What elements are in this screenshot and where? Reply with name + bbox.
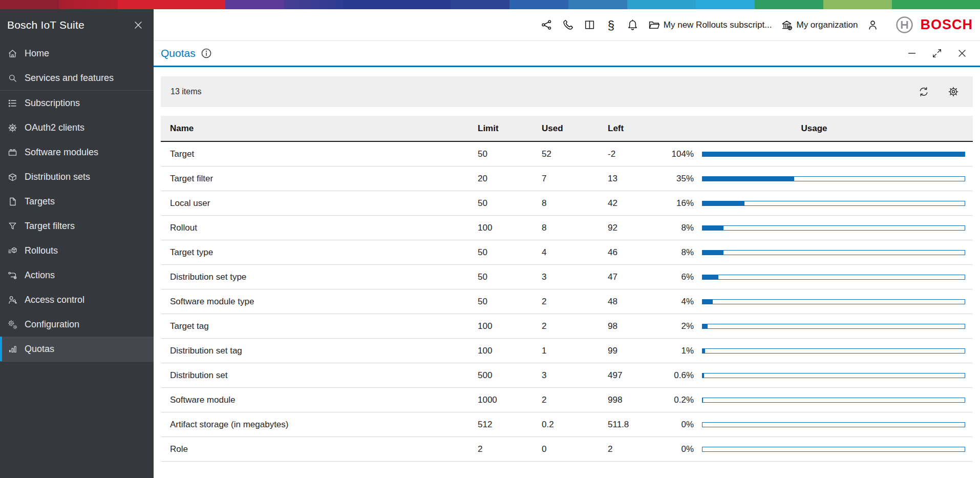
quota-limit: 20 xyxy=(478,174,542,184)
sidebar-item-rollouts[interactable]: Rollouts xyxy=(0,238,154,263)
sidebar-item-access-control[interactable]: Access control xyxy=(0,287,154,312)
usage-bar xyxy=(694,250,965,255)
organization-icon xyxy=(780,18,793,31)
share-button[interactable] xyxy=(540,18,553,31)
sidebar-item-actions[interactable]: Actions xyxy=(0,263,154,287)
manual-icon xyxy=(583,18,596,31)
sidebar-item-label: Access control xyxy=(25,295,84,305)
usage-bar xyxy=(694,398,965,403)
targets-icon xyxy=(7,196,18,207)
quota-left: 13 xyxy=(608,174,663,184)
close-button[interactable] xyxy=(956,48,968,59)
quota-name: Distribution set xyxy=(170,370,478,381)
usage-bar xyxy=(694,324,965,329)
body-row: Bosch IoT Suite HomeServices and feature… xyxy=(0,9,980,478)
usage-bar xyxy=(694,275,965,280)
column-header-left: Left xyxy=(608,123,663,134)
legal-button[interactable]: § xyxy=(605,18,617,31)
distribution-sets-icon xyxy=(7,172,18,182)
table-row: Rollout1008928% xyxy=(161,216,973,240)
quota-limit: 50 xyxy=(478,247,542,258)
table-body: Target5052-2104%Target filter2071335%Loc… xyxy=(161,142,973,462)
refresh-button[interactable] xyxy=(918,86,930,98)
quota-name: Target tag xyxy=(170,321,478,331)
quota-name: Artifact storage (in megabytes) xyxy=(170,420,478,430)
usage-bar-fill xyxy=(702,373,704,378)
column-header-usage: Usage xyxy=(663,123,965,134)
settings-button[interactable] xyxy=(947,86,960,98)
table-row: Software module type502484% xyxy=(161,289,973,314)
notifications-button[interactable] xyxy=(626,18,639,31)
quota-left: 47 xyxy=(608,272,663,282)
usage-bar-track xyxy=(702,447,965,452)
content: 13 items Name Limit Used Left Usage Targ… xyxy=(154,67,980,478)
subscription-button[interactable]: My new Rollouts subscript... xyxy=(648,18,772,31)
sidebar-item-label: Rollouts xyxy=(25,245,58,256)
usage-bar-track xyxy=(702,225,965,231)
info-icon xyxy=(200,47,212,59)
usage-bar-track xyxy=(702,398,965,403)
maximize-button[interactable] xyxy=(931,48,943,59)
organization-button[interactable]: My organization xyxy=(780,18,858,31)
access-control-icon xyxy=(7,295,18,305)
sidebar-item-software-modules[interactable]: Software modules xyxy=(0,140,154,164)
table-row: Local user5084216% xyxy=(161,191,973,216)
notifications-icon xyxy=(626,18,639,31)
quota-left: 998 xyxy=(608,395,663,405)
sidebar-item-quotas[interactable]: Quotas xyxy=(0,337,154,361)
usage-bar-fill xyxy=(702,177,794,181)
panel-title-group: Quotas xyxy=(161,47,212,59)
quota-used: 2 xyxy=(542,297,608,307)
sidebar-item-subscriptions[interactable]: Subscriptions xyxy=(0,91,154,115)
quota-usage-percent: 0% xyxy=(663,420,694,430)
toolbar-actions xyxy=(918,86,960,98)
settings-icon xyxy=(947,86,960,98)
quota-used: 1 xyxy=(542,346,608,356)
sidebar-item-home[interactable]: Home xyxy=(0,41,154,66)
table-row: Distribution set type503476% xyxy=(161,265,973,289)
table-row: Role2020% xyxy=(161,437,973,462)
quota-usage-percent: 35% xyxy=(663,174,694,184)
usage-bar-fill xyxy=(702,152,965,156)
quota-name: Target filter xyxy=(170,174,478,184)
quota-limit: 512 xyxy=(478,420,542,430)
quota-used: 3 xyxy=(542,272,608,282)
sidebar-item-label: Distribution sets xyxy=(25,172,90,182)
sidebar-item-configuration[interactable]: Configuration xyxy=(0,312,154,337)
quota-left: 2 xyxy=(608,444,663,454)
subscription-label: My new Rollouts subscript... xyxy=(664,20,772,30)
minimize-button[interactable] xyxy=(906,48,918,59)
usage-bar-track xyxy=(702,250,965,255)
sidebar-item-targets[interactable]: Targets xyxy=(0,189,154,214)
bosch-wordmark: BOSCH xyxy=(920,17,973,33)
close-icon xyxy=(956,48,968,59)
sidebar-item-oauth2-clients[interactable]: OAuth2 clients xyxy=(0,115,154,140)
sidebar-item-services-and-features[interactable]: Services and features xyxy=(0,66,154,90)
minimize-icon xyxy=(906,48,918,59)
sidebar-item-label: OAuth2 clients xyxy=(25,122,84,133)
sidebar-item-label: Quotas xyxy=(25,344,54,355)
actions-icon xyxy=(7,270,18,281)
usage-bar-track xyxy=(702,152,965,157)
usage-bar-track xyxy=(702,299,965,304)
quota-name: Local user xyxy=(170,198,478,209)
bosch-supergraphic xyxy=(0,0,980,9)
phone-button[interactable] xyxy=(562,18,574,31)
quota-used: 52 xyxy=(542,149,608,159)
quota-usage-percent: 4% xyxy=(663,297,694,307)
table-row: Target tag1002982% xyxy=(161,314,973,339)
table-header: Name Limit Used Left Usage xyxy=(161,116,973,142)
quota-used: 2 xyxy=(542,395,608,405)
sidebar-item-distribution-sets[interactable]: Distribution sets xyxy=(0,164,154,189)
software-modules-icon xyxy=(7,147,18,158)
quota-limit: 50 xyxy=(478,272,542,282)
table-row: Distribution set tag1001991% xyxy=(161,339,973,363)
window-controls xyxy=(906,48,968,59)
manual-button[interactable] xyxy=(583,18,596,31)
quota-limit: 1000 xyxy=(478,395,542,405)
quota-limit: 50 xyxy=(478,198,542,209)
sidebar-close-button[interactable] xyxy=(131,18,145,32)
user-button[interactable] xyxy=(866,18,879,31)
info-icon-button[interactable] xyxy=(200,47,212,59)
sidebar-item-target-filters[interactable]: Target filters xyxy=(0,214,154,238)
